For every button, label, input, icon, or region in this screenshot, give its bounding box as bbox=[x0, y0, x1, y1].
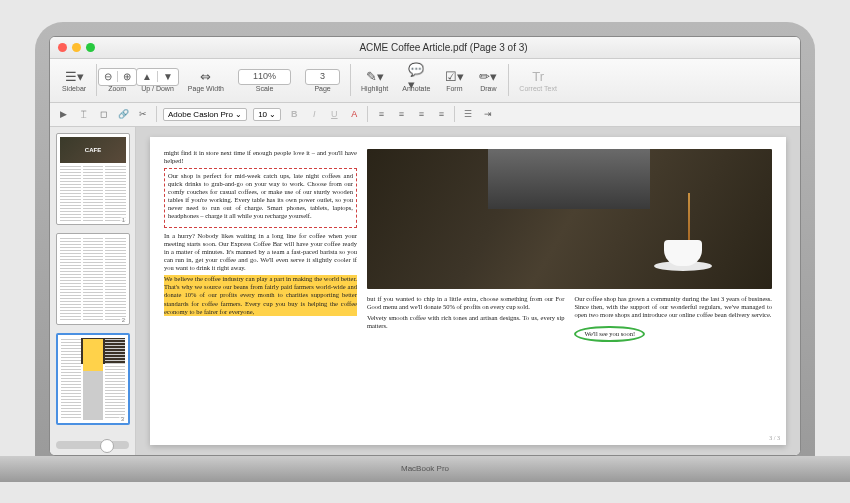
text-select-tool-icon[interactable]: ⌶ bbox=[76, 107, 90, 121]
form-button[interactable]: ☑▾Form bbox=[438, 67, 470, 94]
body-text: Our shop is perfect for mid-week catch u… bbox=[168, 172, 353, 221]
body-text: In a hurry? Nobody likes waiting in a lo… bbox=[164, 232, 357, 273]
pointer-tool-icon[interactable]: ▶ bbox=[56, 107, 70, 121]
red-dashed-annotation[interactable]: Our shop is perfect for mid-week catch u… bbox=[164, 168, 357, 228]
font-size-select[interactable]: 10 ⌄ bbox=[253, 108, 281, 121]
thumbnail-zoom-slider[interactable] bbox=[56, 441, 129, 449]
page-thumbnail-1[interactable]: CAFE 1 bbox=[56, 133, 130, 225]
document-viewport[interactable]: might find it in store next time if enou… bbox=[136, 127, 800, 455]
page-number-label: 3 / 3 bbox=[769, 435, 780, 443]
thumbnail-sidebar: CAFE 1 2 3 bbox=[50, 127, 136, 455]
body-text: Velvety smooth coffee with rich tones an… bbox=[367, 314, 565, 330]
maximize-window-button[interactable] bbox=[86, 43, 95, 52]
body-text: Our coffee shop has grown a community du… bbox=[574, 295, 772, 319]
text-color-button[interactable]: A bbox=[347, 107, 361, 121]
highlighted-text[interactable]: We believe the coffee industry can play … bbox=[164, 275, 357, 316]
minimize-window-button[interactable] bbox=[72, 43, 81, 52]
page-3: might find it in store next time if enou… bbox=[150, 137, 786, 445]
annotate-button[interactable]: 💬▾Annotate bbox=[396, 67, 436, 94]
underline-button[interactable]: U bbox=[327, 107, 341, 121]
indent-button[interactable]: ⇥ bbox=[481, 107, 495, 121]
draw-button[interactable]: ✏▾Draw bbox=[472, 67, 504, 94]
sidebar-toggle-button[interactable]: ☰▾Sidebar bbox=[56, 67, 92, 94]
crop-tool-icon[interactable]: ✂ bbox=[136, 107, 150, 121]
page-nav-controls[interactable]: ▲▼Up / Down bbox=[135, 67, 180, 94]
align-justify-button[interactable]: ≡ bbox=[434, 107, 448, 121]
page-input[interactable]: 3Page bbox=[299, 67, 346, 94]
page-width-button[interactable]: ⇔Page Width bbox=[182, 67, 230, 94]
body-text: might find it in store next time if enou… bbox=[164, 149, 357, 165]
font-select[interactable]: Adobe Caslon Pro ⌄ bbox=[163, 108, 247, 121]
document-title: ACME Coffee Article.pdf (Page 3 of 3) bbox=[95, 42, 792, 53]
highlight-button[interactable]: ✎▾Highlight bbox=[355, 67, 394, 94]
zoom-controls[interactable]: ⊖⊕Zoom bbox=[101, 67, 133, 94]
close-window-button[interactable] bbox=[58, 43, 67, 52]
column-2: but if you wanted to chip in a little ex… bbox=[367, 295, 565, 433]
hero-image-espresso bbox=[367, 149, 772, 289]
laptop-base: MacBook Pro bbox=[0, 456, 850, 482]
correct-text-button[interactable]: TrCorrect Text bbox=[513, 67, 563, 94]
main-toolbar: ☰▾Sidebar ⊖⊕Zoom ▲▼Up / Down ⇔Page Width… bbox=[50, 59, 800, 103]
page-thumbnail-3[interactable]: 3 bbox=[56, 333, 130, 425]
page-thumbnail-2[interactable]: 2 bbox=[56, 233, 130, 325]
marquee-tool-icon[interactable]: ◻ bbox=[96, 107, 110, 121]
green-circle-annotation[interactable]: We'll see you soon! bbox=[574, 326, 645, 342]
italic-button[interactable]: I bbox=[307, 107, 321, 121]
body-text: but if you wanted to chip in a little ex… bbox=[367, 295, 565, 311]
column-3: Our coffee shop has grown a community du… bbox=[574, 295, 772, 433]
edit-toolbar: ▶ ⌶ ◻ 🔗 ✂ Adobe Caslon Pro ⌄ 10 ⌄ B I U … bbox=[50, 103, 800, 127]
align-center-button[interactable]: ≡ bbox=[394, 107, 408, 121]
list-button[interactable]: ☰ bbox=[461, 107, 475, 121]
bold-button[interactable]: B bbox=[287, 107, 301, 121]
scale-input[interactable]: 110%Scale bbox=[232, 67, 297, 94]
link-tool-icon[interactable]: 🔗 bbox=[116, 107, 130, 121]
align-left-button[interactable]: ≡ bbox=[374, 107, 388, 121]
column-1: might find it in store next time if enou… bbox=[164, 149, 357, 433]
window-titlebar: ACME Coffee Article.pdf (Page 3 of 3) bbox=[50, 37, 800, 59]
align-right-button[interactable]: ≡ bbox=[414, 107, 428, 121]
